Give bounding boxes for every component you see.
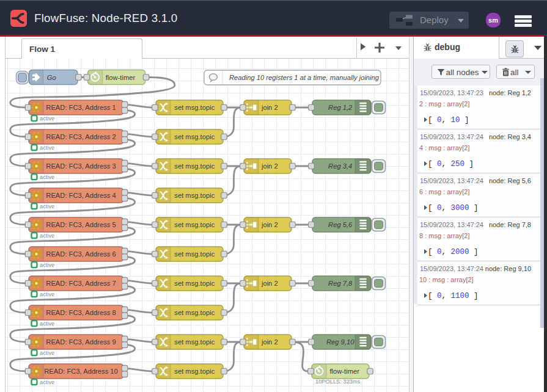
svg-text:active: active	[40, 321, 54, 327]
svg-text:set msg.topic: set msg.topic	[174, 250, 215, 258]
svg-text:join 2: join 2	[261, 338, 278, 346]
svg-text:active: active	[40, 379, 54, 385]
svg-text:set msg.topic: set msg.topic	[174, 162, 215, 170]
svg-text:Reg 1,2: Reg 1,2	[328, 104, 353, 111]
svg-text:set msg.topic: set msg.topic	[174, 338, 215, 346]
svg-text:set msg.topic: set msg.topic	[174, 221, 215, 228]
svg-text:Go: Go	[47, 74, 56, 81]
svg-text:flow-timer: flow-timer	[329, 368, 359, 375]
svg-text:active: active	[40, 262, 54, 268]
svg-text:READ: FC3, Address 4: READ: FC3, Address 4	[46, 192, 116, 199]
svg-text:active: active	[40, 291, 54, 297]
svg-text:active: active	[40, 115, 54, 122]
svg-text:Reg 9,10: Reg 9,10	[326, 338, 354, 346]
svg-text:READ: FC3, Address 3: READ: FC3, Address 3	[46, 162, 116, 170]
svg-text:set msg.topic: set msg.topic	[174, 280, 215, 287]
svg-text:READ: FC3, Address 2: READ: FC3, Address 2	[46, 133, 116, 140]
svg-text:READ: FC3, Address 8: READ: FC3, Address 8	[46, 309, 116, 316]
svg-text:READ: FC3, Address 1: READ: FC3, Address 1	[46, 104, 116, 111]
svg-text:active: active	[40, 145, 54, 151]
svg-text:set msg.topic: set msg.topic	[174, 309, 215, 316]
svg-text:active: active	[40, 233, 54, 239]
svg-text:READ: FC3, Address 9: READ: FC3, Address 9	[46, 338, 116, 346]
svg-text:active: active	[40, 174, 54, 180]
svg-text:set msg.topic: set msg.topic	[174, 133, 215, 140]
svg-text:READ: FC3, Address 7: READ: FC3, Address 7	[46, 280, 116, 287]
svg-text:READ: FC3, Address 10: READ: FC3, Address 10	[44, 368, 118, 375]
svg-text:join 2: join 2	[261, 280, 278, 287]
svg-text:Reg 5,6: Reg 5,6	[328, 221, 353, 228]
svg-text:active: active	[40, 350, 54, 356]
svg-text:set msg.topic: set msg.topic	[174, 368, 215, 375]
svg-text:Reg 3,4: Reg 3,4	[328, 162, 352, 170]
svg-text:READ: FC3, Address 6: READ: FC3, Address 6	[46, 250, 116, 258]
svg-text:Reg 7,8: Reg 7,8	[328, 280, 353, 287]
svg-text:join 2: join 2	[261, 104, 278, 111]
svg-text:join 2: join 2	[261, 221, 278, 228]
svg-text:10POLLS: 323ms: 10POLLS: 323ms	[315, 379, 361, 385]
svg-text:set msg.topic: set msg.topic	[174, 192, 215, 199]
svg-text:set msg.topic: set msg.topic	[174, 104, 215, 111]
svg-text:Reading 10 registers 1 at a ti: Reading 10 registers 1 at a time, manual…	[229, 74, 380, 81]
svg-text:active: active	[40, 203, 54, 209]
svg-text:READ: FC3, Address 5: READ: FC3, Address 5	[46, 221, 116, 228]
svg-text:flow-timer: flow-timer	[106, 74, 136, 81]
svg-text:join 2: join 2	[261, 162, 278, 170]
